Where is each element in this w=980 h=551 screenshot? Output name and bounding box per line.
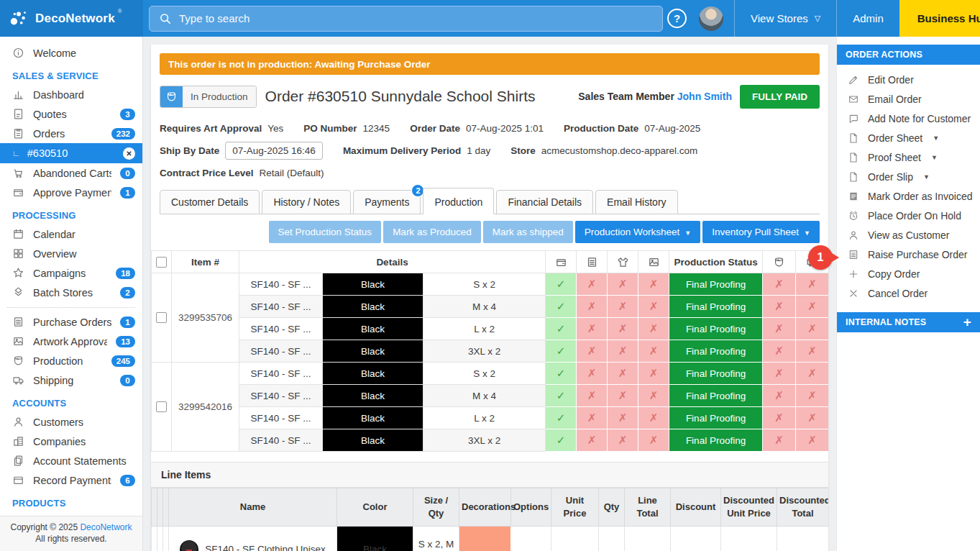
status-x-cell[interactable]: ✗ bbox=[638, 273, 669, 296]
action-edit-order[interactable]: Edit Order bbox=[837, 70, 980, 89]
tab-history-notes[interactable]: History / Notes bbox=[262, 190, 351, 214]
action-order-sheet[interactable]: Order Sheet▼ bbox=[837, 128, 980, 147]
deconetwork-link[interactable]: DecoNetwork bbox=[80, 522, 132, 532]
action-place-order-on-hold[interactable]: Place Order On Hold bbox=[837, 206, 980, 225]
status-x-cell[interactable]: ✗ bbox=[608, 296, 638, 318]
status-x-cell[interactable]: ✗ bbox=[608, 273, 638, 296]
status-x-cell[interactable]: ✗ bbox=[577, 385, 608, 407]
sidebar-item-order-630510[interactable]: ∟#630510✕ bbox=[0, 143, 142, 163]
sidebar-item-account-statements[interactable]: Account Statements bbox=[0, 451, 142, 470]
status-x-cell[interactable]: ✗ bbox=[763, 407, 796, 429]
status-x-cell[interactable]: ✗ bbox=[763, 318, 796, 340]
status-x-cell[interactable]: ✗ bbox=[577, 296, 608, 318]
production-status-cell[interactable]: Final Proofing bbox=[669, 407, 763, 429]
sidebar-item-record-payments[interactable]: Record Payments6 bbox=[0, 470, 142, 490]
approved-status-cell[interactable]: ✓ bbox=[546, 407, 577, 429]
status-x-cell[interactable]: ✗ bbox=[796, 429, 828, 452]
status-x-cell[interactable]: ✗ bbox=[638, 296, 669, 318]
action-proof-sheet[interactable]: Proof Sheet▼ bbox=[837, 147, 980, 167]
select-all-checkbox[interactable] bbox=[156, 257, 167, 268]
mark-as-produced-button[interactable]: Mark as Produced bbox=[383, 221, 481, 243]
action-email-order[interactable]: Email Order bbox=[837, 89, 980, 109]
status-x-cell[interactable]: ✗ bbox=[796, 340, 828, 363]
status-x-cell[interactable]: ✗ bbox=[577, 318, 608, 340]
sidebar-item-quotes[interactable]: Quotes3 bbox=[0, 104, 142, 124]
status-x-cell[interactable]: ✗ bbox=[608, 407, 638, 429]
approved-status-cell[interactable]: ✓ bbox=[546, 296, 577, 318]
approved-status-cell[interactable]: ✓ bbox=[546, 318, 577, 340]
sidebar-item-production[interactable]: Production245 bbox=[0, 351, 142, 370]
tab-customer-details[interactable]: Customer Details bbox=[160, 190, 260, 214]
status-x-cell[interactable]: ✗ bbox=[796, 407, 828, 429]
production-status-cell[interactable]: Final Proofing bbox=[669, 429, 763, 452]
mark-as-shipped-button[interactable]: Mark as shipped bbox=[483, 221, 573, 243]
production-worksheet-button[interactable]: Production Worksheet▼ bbox=[575, 221, 701, 243]
status-x-cell[interactable]: ✗ bbox=[638, 429, 669, 452]
search-input[interactable] bbox=[179, 12, 654, 24]
sidebar-item-customers[interactable]: Customers bbox=[0, 412, 142, 432]
sidebar-item-overview[interactable]: Overview bbox=[0, 244, 142, 263]
tab-payments[interactable]: Payments2 bbox=[353, 190, 421, 214]
status-x-cell[interactable]: ✗ bbox=[763, 429, 796, 452]
status-x-cell[interactable]: ✗ bbox=[638, 363, 669, 385]
status-x-cell[interactable]: ✗ bbox=[638, 340, 669, 363]
production-status-cell[interactable]: Final Proofing bbox=[669, 363, 763, 385]
status-x-cell[interactable]: ✗ bbox=[796, 296, 828, 318]
in-production-chip[interactable]: In Production bbox=[160, 86, 257, 108]
product-thumbnail[interactable] bbox=[180, 540, 198, 551]
status-x-cell[interactable]: ✗ bbox=[638, 407, 669, 429]
approved-status-cell[interactable]: ✓ bbox=[546, 273, 577, 296]
production-status-cell[interactable]: Final Proofing bbox=[669, 385, 763, 407]
sidebar-item-orders[interactable]: Orders232 bbox=[0, 124, 142, 143]
status-x-cell[interactable]: ✗ bbox=[608, 385, 638, 407]
production-status-cell[interactable]: Final Proofing bbox=[669, 273, 763, 296]
status-x-cell[interactable]: ✗ bbox=[577, 363, 608, 385]
sidebar-item-dashboard[interactable]: Dashboard bbox=[0, 85, 142, 104]
row-checkbox[interactable] bbox=[156, 312, 167, 323]
status-x-cell[interactable]: ✗ bbox=[577, 273, 608, 296]
status-x-cell[interactable]: ✗ bbox=[608, 429, 638, 452]
tab-production[interactable]: Production bbox=[423, 188, 494, 214]
admin-link[interactable]: Admin bbox=[837, 0, 899, 37]
approved-status-cell[interactable]: ✓ bbox=[546, 363, 577, 385]
status-x-cell[interactable]: ✗ bbox=[763, 363, 796, 385]
status-x-cell[interactable]: ✗ bbox=[763, 296, 796, 318]
status-x-cell[interactable]: ✗ bbox=[608, 363, 638, 385]
approved-status-cell[interactable]: ✓ bbox=[546, 340, 577, 363]
sidebar-item-campaigns[interactable]: Campaigns18 bbox=[0, 263, 142, 283]
sidebar-item-abandoned-carts[interactable]: Abandoned Carts0 bbox=[0, 163, 142, 183]
help-icon[interactable]: ? bbox=[667, 9, 687, 28]
status-x-cell[interactable]: ✗ bbox=[796, 385, 828, 407]
row-checkbox[interactable] bbox=[156, 401, 167, 412]
sidebar-item-shipping[interactable]: Shipping0 bbox=[0, 370, 142, 390]
close-icon[interactable]: ✕ bbox=[123, 147, 135, 160]
view-stores-menu[interactable]: View Stores▽ bbox=[735, 0, 836, 37]
production-status-cell[interactable]: Final Proofing bbox=[669, 318, 763, 340]
sidebar-item-companies[interactable]: Companies bbox=[0, 432, 142, 451]
sidebar-item-approve-payments[interactable]: Approve Payments1 bbox=[0, 183, 142, 202]
action-cancel-order[interactable]: Cancel Order bbox=[837, 283, 980, 303]
brand-logo[interactable]: DecoNetwork® bbox=[0, 0, 143, 37]
action-raise-purchase-order[interactable]: Raise Purchase Order bbox=[837, 245, 980, 264]
sidebar-item-purchase-orders[interactable]: Purchase Orders1 bbox=[0, 312, 142, 332]
decoration-swatch-cell[interactable] bbox=[459, 527, 511, 551]
sidebar-item-calendar[interactable]: Calendar bbox=[0, 224, 142, 244]
status-x-cell[interactable]: ✗ bbox=[763, 340, 796, 363]
approved-status-cell[interactable]: ✓ bbox=[546, 429, 577, 452]
ship-by-date-input[interactable]: 07-Aug-2025 16:46 bbox=[225, 142, 323, 160]
add-note-icon[interactable]: + bbox=[963, 318, 971, 327]
status-x-cell[interactable]: ✗ bbox=[763, 385, 796, 407]
status-x-cell[interactable]: ✗ bbox=[608, 318, 638, 340]
status-x-cell[interactable]: ✗ bbox=[577, 407, 608, 429]
approved-status-cell[interactable]: ✓ bbox=[546, 385, 577, 407]
status-x-cell[interactable]: ✗ bbox=[796, 318, 828, 340]
inventory-pull-sheet-button[interactable]: Inventory Pull Sheet▼ bbox=[702, 221, 820, 243]
search-bar[interactable] bbox=[149, 6, 663, 32]
action-mark-order-as-invoiced[interactable]: Mark Order as Invoiced bbox=[837, 186, 980, 206]
tab-financial-details[interactable]: Financial Details bbox=[496, 190, 593, 214]
status-x-cell[interactable]: ✗ bbox=[763, 273, 796, 296]
action-add-note-for-customer[interactable]: Add Note for Customer bbox=[837, 109, 980, 128]
status-x-cell[interactable]: ✗ bbox=[796, 273, 828, 296]
production-status-cell[interactable]: Final Proofing bbox=[669, 340, 763, 363]
sidebar-item-welcome[interactable]: Welcome bbox=[0, 43, 142, 63]
